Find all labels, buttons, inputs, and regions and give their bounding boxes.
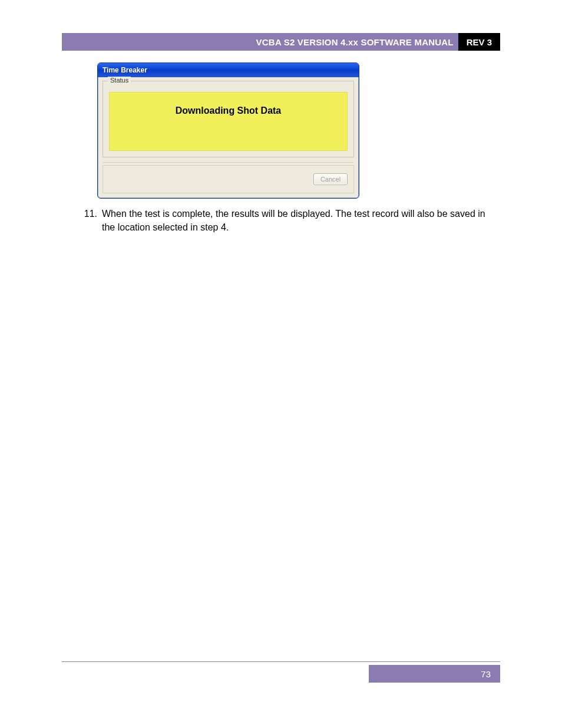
header-title: VCBA S2 VERSION 4.xx SOFTWARE MANUAL — [62, 33, 458, 51]
header-bar: VCBA S2 VERSION 4.xx SOFTWARE MANUAL REV… — [62, 33, 500, 51]
footer-divider — [62, 661, 500, 662]
status-message: Downloading Shot Data — [176, 106, 282, 116]
header-rev: REV 3 — [458, 33, 500, 51]
time-breaker-dialog: Time Breaker Status Downloading Shot Dat… — [97, 62, 359, 199]
button-row: Cancel — [103, 165, 354, 193]
step-11: 11. When the test is complete, the resul… — [62, 207, 500, 234]
status-panel: Downloading Shot Data — [109, 92, 348, 151]
status-fieldset: Status Downloading Shot Data — [103, 81, 354, 157]
dialog-titlebar: Time Breaker — [98, 63, 359, 77]
step-number: 11. — [62, 207, 102, 234]
step-text: When the test is complete, the results w… — [102, 207, 500, 234]
dialog-screenshot: Time Breaker Status Downloading Shot Dat… — [97, 62, 359, 199]
page-content: VCBA S2 VERSION 4.xx SOFTWARE MANUAL REV… — [62, 33, 500, 234]
page-number: 73 — [481, 669, 491, 679]
divider — [103, 162, 354, 163]
dialog-title: Time Breaker — [103, 66, 147, 74]
status-legend: Status — [108, 77, 131, 84]
footer-bar: 73 — [369, 665, 500, 683]
cancel-button[interactable]: Cancel — [313, 173, 348, 185]
dialog-body: Status Downloading Shot Data Cancel — [98, 77, 359, 198]
